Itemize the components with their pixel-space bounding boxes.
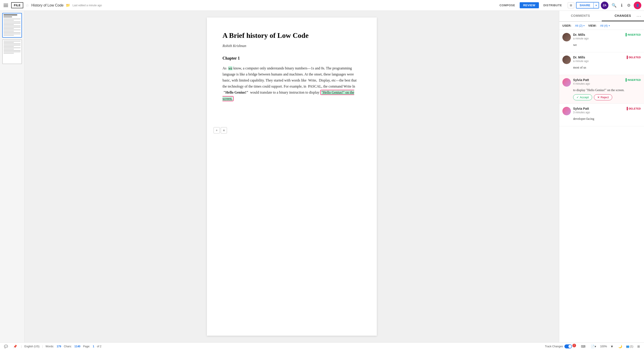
change-header-2: Dr. Mills a minute ago DELETED (562, 56, 641, 64)
words-count: 179 (56, 345, 61, 348)
checkmark-icon: ✓ (576, 96, 579, 99)
badge-bar-3 (626, 78, 626, 82)
view-filter-dropdown[interactable]: All (4) ▾ (600, 24, 610, 27)
change-item-4: Sylvia Patt 3 minutes ago DELETED develo… (559, 104, 644, 126)
change-meta-2: Dr. Mills a minute ago (573, 56, 624, 63)
change-meta-3: Sylvia Patt 4 minutes ago (573, 78, 624, 85)
pin-status-button[interactable]: 📌 (12, 344, 18, 349)
zoom-dropdown-button[interactable]: ▾ (610, 343, 614, 350)
document-page: ＋ ≡ A Brief history of Low Code Rohith K… (207, 18, 377, 336)
changes-list: Dr. Mills a minute ago INSERTED we Dr. M… (559, 30, 644, 342)
info-button[interactable]: ℹ (620, 2, 624, 9)
user-avatar[interactable]: 👤 (634, 2, 641, 9)
tab-comments[interactable]: COMMENTS (559, 11, 602, 21)
document-body: As we know, a computer only understands … (222, 65, 361, 102)
badge-bar-2 (627, 56, 628, 59)
page-current: 1 (93, 345, 94, 348)
toolbar-right: ⊞ SHARE ▾ ZA 🔍 ℹ ⚙ 👤 (568, 2, 641, 9)
users-icon: 👥 (626, 345, 630, 348)
toolbar-nav: COMPOSE REVIEW DISTRIBUTE (496, 2, 566, 8)
page-thumbnail-1[interactable] (2, 13, 22, 38)
user-filter-dropdown[interactable]: All (2) ▾ (575, 24, 584, 27)
change-content-3: to display "Hello Genius!" on the screen… (562, 88, 641, 92)
file-menu-button[interactable]: FILE (11, 2, 23, 8)
track-changes-badge: 2 (572, 344, 576, 347)
language-label[interactable]: English (US) (24, 345, 39, 348)
chars-label: Chars: (64, 345, 72, 348)
user-filter-value: All (2) (575, 24, 582, 27)
last-edited-text: Last edited a minute ago (72, 4, 102, 7)
track-changes-switch[interactable] (564, 344, 572, 348)
toolbar: FILE ☆ History of Low Code 📁 Last edited… (0, 0, 644, 11)
panel-filters: USER: All (2) ▾ VIEW: All (4) ▾ (559, 22, 644, 30)
document-author: Rohith Krishnan (222, 44, 361, 48)
status-bar: 💬 📌 | English (US) | Words: 179 Chars: 1… (0, 342, 644, 350)
layout-button[interactable]: ⊞ (636, 344, 641, 349)
drag-handle-button[interactable]: ≡ (221, 127, 227, 133)
settings-button[interactable]: ⚙ (626, 2, 632, 9)
badge-bar-4 (627, 107, 628, 110)
panel-more-button[interactable]: ··· (636, 14, 641, 18)
accept-button-3[interactable]: ✓ Accept (573, 94, 592, 100)
favorite-icon[interactable]: ☆ (26, 3, 29, 8)
panel-tabs: COMMENTS CHANGES ··· (559, 11, 644, 22)
view-options-button[interactable]: 📄▾ (590, 344, 598, 349)
users-count: (1) (630, 345, 633, 348)
view-filter-value: All (4) (600, 24, 608, 27)
x-icon: ✕ (597, 96, 600, 99)
present-button[interactable]: ⊞ (568, 2, 574, 8)
add-block-button[interactable]: ＋ (214, 127, 220, 133)
distribute-button[interactable]: DISTRIBUTE (540, 2, 566, 8)
zoom-level: 100% (600, 345, 607, 348)
change-author-1: Dr. Mills (573, 33, 624, 37)
status-bar-right: Track Changes 2 ⌨ 📄▾ 100% ▾ 🌙 👥 (1) ⊞ (545, 343, 641, 350)
document-canvas: ＋ ≡ A Brief history of Low Code Rohith K… (24, 11, 559, 342)
search-button[interactable]: 🔍 (610, 2, 618, 9)
change-author-2: Dr. Mills (573, 56, 624, 59)
document-title: History of Low Code (31, 3, 64, 8)
pages-sidebar (0, 11, 24, 342)
change-header-3: Sylvia Patt 4 minutes ago INSERTED (562, 78, 641, 87)
change-avatar-dr-mills-2 (562, 56, 571, 64)
keyboard-button[interactable]: ⌨ (580, 344, 587, 349)
menu-button[interactable] (3, 3, 9, 8)
collaborators-button[interactable]: 👥 (1) (626, 345, 633, 348)
review-button[interactable]: REVIEW (520, 2, 539, 8)
inserted-we: we (228, 66, 232, 70)
night-mode-button[interactable]: 🌙 (617, 344, 624, 349)
change-time-3: 4 minutes ago (573, 82, 624, 85)
change-content-4: developer-facing (562, 117, 641, 121)
badge-bar-1 (626, 33, 626, 37)
status-bar-left: 💬 📌 | English (US) | Words: 179 Chars: 1… (3, 344, 542, 349)
change-badge-1: INSERTED (626, 33, 641, 37)
words-label: Words: (46, 345, 54, 348)
chars-count: 1140 (74, 345, 80, 348)
right-panel: COMMENTS CHANGES ··· USER: All (2) ▾ VIE… (559, 11, 644, 342)
comment-status-button[interactable]: 💬 (3, 344, 9, 349)
change-item-1: Dr. Mills a minute ago INSERTED we (559, 30, 644, 52)
change-content-1: we (562, 43, 641, 47)
share-button[interactable]: SHARE (576, 3, 594, 8)
view-filter-chevron: ▾ (609, 24, 610, 27)
page-thumbnail-2[interactable] (2, 39, 22, 64)
change-author-3: Sylvia Patt (573, 78, 624, 82)
change-avatar-sylvia-2 (562, 107, 571, 115)
float-toolbar: ＋ ≡ (214, 127, 227, 133)
change-author-4: Sylvia Patt (573, 107, 624, 110)
change-header-4: Sylvia Patt 3 minutes ago DELETED (562, 107, 641, 115)
avatar[interactable]: ZA (601, 2, 608, 9)
change-avatar-sylvia-1 (562, 78, 571, 87)
chapter-heading: Chapter 1 (222, 56, 361, 61)
share-dropdown-button[interactable]: ▾ (594, 3, 598, 8)
reject-button-3[interactable]: ✕ Reject (594, 94, 612, 100)
change-time-1: a minute ago (573, 37, 624, 40)
change-badge-2: DELETED (627, 56, 641, 59)
change-meta-4: Sylvia Patt 3 minutes ago (573, 107, 624, 114)
compose-button[interactable]: COMPOSE (496, 2, 519, 8)
view-filter-label: VIEW: (588, 24, 596, 27)
user-filter-chevron: ▾ (584, 24, 584, 27)
folder-icon: 📁 (66, 3, 70, 8)
track-changes-toggle: Track Changes 2 (545, 344, 577, 348)
main-area: ＋ ≡ A Brief history of Low Code Rohith K… (0, 11, 644, 342)
change-avatar-dr-mills-1 (562, 33, 571, 41)
